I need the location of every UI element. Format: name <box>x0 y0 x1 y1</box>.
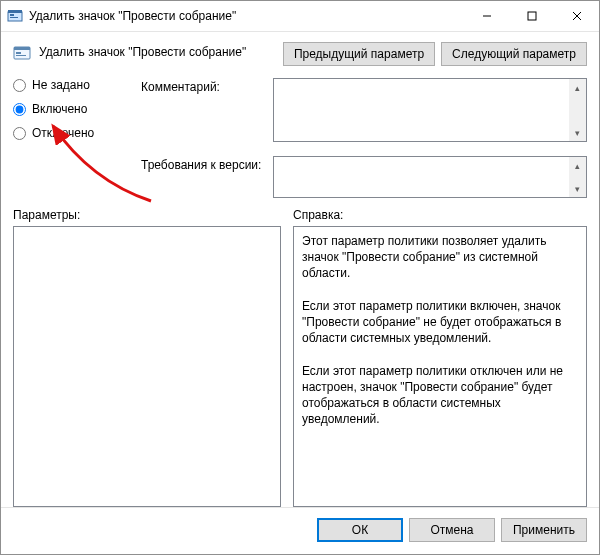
svg-rect-1 <box>8 10 22 13</box>
next-setting-button[interactable]: Следующий параметр <box>441 42 587 66</box>
state-enabled-label: Включено <box>32 102 87 116</box>
apply-button[interactable]: Применить <box>501 518 587 542</box>
cancel-button[interactable]: Отмена <box>409 518 495 542</box>
comment-field[interactable]: ▴ ▾ <box>273 78 587 142</box>
policy-editor-window: Удалить значок "Провести собрание" Удали… <box>0 0 600 555</box>
setting-title: Удалить значок "Провести собрание" <box>39 42 283 59</box>
lower-panes: Параметры: Справка: Этот параметр полити… <box>13 208 587 507</box>
comment-row: Комментарий: ▴ ▾ <box>141 78 587 142</box>
svg-rect-3 <box>10 17 18 18</box>
svg-rect-5 <box>528 12 536 20</box>
svg-rect-10 <box>16 52 21 54</box>
help-label: Справка: <box>293 208 587 222</box>
version-row: Требования к версии: ▴ ▾ <box>141 156 587 198</box>
titlebar: Удалить значок "Провести собрание" <box>1 1 599 32</box>
svg-rect-11 <box>16 55 26 56</box>
state-not-configured-radio[interactable] <box>13 79 26 92</box>
version-field[interactable]: ▴ ▾ <box>273 156 587 198</box>
body: Не задано Включено Отключено Комментарий… <box>1 72 599 507</box>
svg-rect-2 <box>10 14 14 16</box>
state-disabled[interactable]: Отключено <box>13 126 123 140</box>
app-icon <box>7 8 23 24</box>
version-label: Требования к версии: <box>141 156 267 198</box>
version-scrollbar[interactable]: ▴ ▾ <box>569 157 586 197</box>
maximize-button[interactable] <box>509 1 554 31</box>
footer: ОК Отмена Применить <box>1 507 599 554</box>
comment-scrollbar[interactable]: ▴ ▾ <box>569 79 586 141</box>
comment-label: Комментарий: <box>141 78 267 142</box>
window-title: Удалить значок "Провести собрание" <box>29 9 464 23</box>
options-box[interactable] <box>13 226 281 507</box>
svg-rect-9 <box>14 47 30 50</box>
window-controls <box>464 1 599 31</box>
fields-column: Комментарий: ▴ ▾ Требования к версии: ▴ … <box>141 78 587 198</box>
state-radio-group: Не задано Включено Отключено <box>13 78 123 198</box>
options-pane: Параметры: <box>13 208 281 507</box>
state-not-configured-label: Не задано <box>32 78 90 92</box>
scroll-up-icon[interactable]: ▴ <box>569 79 586 96</box>
minimize-button[interactable] <box>464 1 509 31</box>
help-pane: Справка: Этот параметр политики позволяе… <box>293 208 587 507</box>
state-not-configured[interactable]: Не задано <box>13 78 123 92</box>
ok-button[interactable]: ОК <box>317 518 403 542</box>
state-enabled[interactable]: Включено <box>13 102 123 116</box>
state-disabled-radio[interactable] <box>13 127 26 140</box>
help-box: Этот параметр политики позволяет удалить… <box>293 226 587 507</box>
setting-icon <box>13 44 31 62</box>
nav-buttons: Предыдущий параметр Следующий параметр <box>283 42 587 66</box>
scroll-up-icon[interactable]: ▴ <box>569 157 586 174</box>
help-text: Этот параметр политики позволяет удалить… <box>302 233 578 427</box>
header-row: Удалить значок "Провести собрание" Преды… <box>1 32 599 72</box>
close-button[interactable] <box>554 1 599 31</box>
scroll-down-icon[interactable]: ▾ <box>569 180 586 197</box>
previous-setting-button[interactable]: Предыдущий параметр <box>283 42 435 66</box>
scroll-down-icon[interactable]: ▾ <box>569 124 586 141</box>
svg-rect-0 <box>8 12 22 21</box>
state-disabled-label: Отключено <box>32 126 94 140</box>
state-enabled-radio[interactable] <box>13 103 26 116</box>
state-and-fields-row: Не задано Включено Отключено Комментарий… <box>13 78 587 198</box>
options-label: Параметры: <box>13 208 281 222</box>
